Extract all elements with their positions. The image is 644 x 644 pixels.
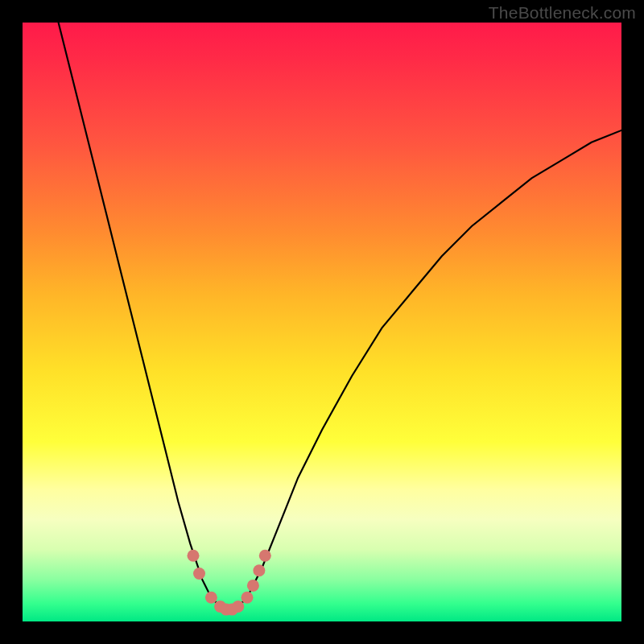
highlight-marker	[247, 580, 259, 592]
highlight-marker	[205, 592, 217, 604]
highlight-marker	[259, 550, 271, 562]
bottleneck-curve	[59, 23, 621, 609]
highlight-marker	[188, 550, 200, 562]
highlight-marker	[253, 564, 265, 576]
highlight-marker	[232, 601, 244, 613]
outer-frame: TheBottleneck.com	[0, 0, 644, 644]
watermark-text: TheBottleneck.com	[489, 3, 636, 23]
highlight-marker	[193, 568, 205, 580]
plot-area	[23, 23, 621, 621]
chart-svg	[23, 23, 621, 621]
highlight-marker	[242, 592, 254, 604]
highlight-markers-group	[188, 550, 271, 616]
